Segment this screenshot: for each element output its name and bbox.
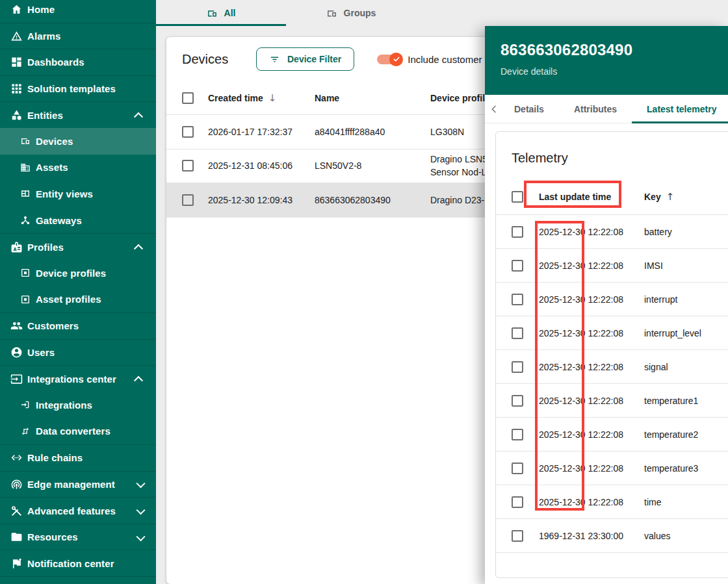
row-checkbox[interactable] [512,496,523,508]
name-cell: a84041ffff288a40 [315,127,430,137]
tab-attributes[interactable]: Attributes [559,95,632,123]
solution-templates-icon [10,83,23,95]
include-customer-entities-toggle[interactable] [377,55,401,64]
sidebar-bottom-divider [0,576,156,584]
telemetry-row[interactable]: 2025-12-30 12:22:08 temperature2 [496,418,728,451]
column-header-created-time[interactable]: Created time ↓ [208,92,315,104]
check-icon [393,55,400,63]
sidebar-item-label: Advanced features [27,505,116,516]
device-filter-button[interactable]: Device Filter [256,47,354,71]
assets-icon [19,161,31,173]
created-time-cell: 2025-12-31 08:45:06 [208,160,315,171]
advanced-features-icon [10,505,23,517]
sidebar-item-label: Device profiles [36,268,106,279]
sidebar-item-asset-profiles[interactable]: Asset profiles [0,286,156,313]
sidebar-item-label: Gateways [36,215,82,226]
telemetry-row[interactable]: 2025-12-30 12:22:08 signal [496,350,728,384]
sidebar-item-label: Data converters [36,425,110,437]
sidebar-item-label: Solution templates [27,83,116,94]
chevron-down-icon [136,479,145,489]
chevron-down-icon [136,532,145,541]
created-time-cell: 2025-12-30 12:09:43 [208,195,315,205]
telemetry-row[interactable]: 2025-12-30 12:22:08 battery [496,215,728,249]
select-all-checkbox[interactable] [182,92,194,104]
key-cell: interrupt [644,294,728,305]
tab-all[interactable]: All [156,0,286,26]
sidebar-item-rule-chains[interactable]: Rule chains [0,444,156,471]
key-cell: values [644,531,728,541]
column-header-name[interactable]: Name [315,93,430,103]
row-checkbox[interactable] [512,530,523,542]
row-checkbox[interactable] [182,160,194,171]
row-checkbox[interactable] [512,294,523,305]
tab-latest-telemetry[interactable]: Latest telemetry [632,95,728,123]
telemetry-select-all-checkbox[interactable] [512,191,523,203]
sidebar-item-solution-templates[interactable]: Solution templates [0,75,156,102]
telemetry-row[interactable]: 2025-12-30 12:22:08 interrupt [496,283,728,316]
row-checkbox[interactable] [512,395,523,407]
last-update-time-cell: 2025-12-30 12:22:08 [539,328,644,338]
row-checkbox[interactable] [182,126,194,138]
sidebar-item-label: Assets [36,162,68,173]
telemetry-row[interactable]: 2025-12-30 12:22:08 time [496,485,728,519]
key-cell: temperature2 [644,429,728,440]
gateways-icon [19,214,31,227]
sidebar-item-label: Resources [27,531,78,542]
sidebar-item-data-converters[interactable]: Data converters [0,418,156,445]
integrations-center-icon [10,373,23,385]
sidebar-item-advanced-features[interactable]: Advanced features [0,497,156,524]
row-checkbox[interactable] [512,327,523,339]
row-checkbox[interactable] [512,361,523,373]
notification-center-icon [10,557,23,570]
telemetry-row[interactable]: 2025-12-30 12:22:08 IMSI [496,249,728,283]
telemetry-title: Telemetry [496,132,728,179]
device-details-subtitle: Device details [500,66,712,77]
telemetry-row[interactable]: 2025-12-30 12:22:08 temperature3 [496,451,728,485]
row-checkbox[interactable] [512,226,523,238]
row-checkbox[interactable] [512,463,523,474]
column-header-last-update-time[interactable]: Last update time [539,192,644,202]
users-icon [10,346,23,359]
sidebar-item-label: Alarms [27,31,60,42]
telemetry-row[interactable]: 2025-12-30 12:22:08 temperature1 [496,384,728,418]
sidebar-item-entities[interactable]: Entities [0,101,156,128]
sidebar-item-integrations[interactable]: Integrations [0,392,156,418]
telemetry-row[interactable]: 2025-12-30 12:22:08 interrupt_level [496,316,728,350]
sidebar-item-label: Integrations center [27,374,116,385]
sidebar-item-alarms[interactable]: Alarms [0,23,156,49]
sidebar-item-users[interactable]: Users [0,339,156,366]
tabs-scroll-left-button[interactable] [489,95,499,123]
edge-management-icon [10,478,23,490]
sidebar-item-home[interactable]: Home [0,0,156,23]
key-cell: interrupt_level [644,328,728,338]
sidebar-item-profiles[interactable]: Profiles [0,233,156,260]
row-checkbox[interactable] [512,260,523,272]
chevron-up-icon [134,376,143,385]
telemetry-row[interactable]: 1969-12-31 23:30:00 values [496,519,728,553]
tab-groups[interactable]: Groups [286,0,416,26]
sidebar-item-integrations-center[interactable]: Integrations center [0,365,156,392]
row-checkbox[interactable] [512,429,523,440]
sidebar-item-label: Entities [27,110,63,121]
tab-details[interactable]: Details [499,95,559,123]
device-details-title: 863663062803490 [500,41,712,59]
sidebar-item-device-profiles[interactable]: Device profiles [0,260,156,286]
device-details-tabs: Details Attributes Latest telemetry [485,95,728,123]
sidebar-item-resources[interactable]: Resources [0,524,156,550]
sidebar-item-devices[interactable]: Devices [0,128,156,155]
sidebar-item-entity-views[interactable]: Entity views [0,181,156,207]
sidebar-item-notification-center[interactable]: Notification center [0,550,156,576]
sidebar-item-customers[interactable]: Customers [0,312,156,339]
sidebar-item-assets[interactable]: Assets [0,155,156,181]
sidebar-item-dashboards[interactable]: Dashboards [0,49,156,75]
sidebar-item-edge-management[interactable]: Edge management [0,471,156,498]
row-checkbox[interactable] [182,194,194,206]
telemetry-table-header: Last update time Key ↑ [496,179,728,215]
asset-profiles-icon [19,293,31,305]
name-cell: LSN50V2-8 [315,160,430,171]
tab-all-label: All [224,8,236,18]
column-header-key[interactable]: Key ↑ [644,191,728,203]
last-update-time-cell: 2025-12-30 12:22:08 [539,463,644,474]
sidebar-item-gateways[interactable]: Gateways [0,207,156,234]
sidebar: HomeAlarmsDashboardsSolution templatesEn… [0,0,156,584]
